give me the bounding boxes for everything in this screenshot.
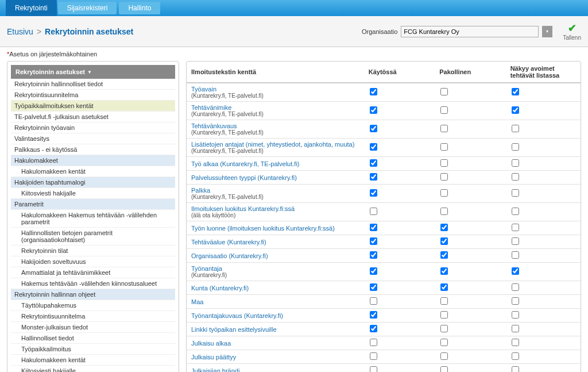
checkbox-required[interactable] [440, 325, 448, 332]
checkbox-required[interactable] [440, 88, 448, 95]
checkbox-required[interactable] [440, 189, 448, 197]
checkbox-visible-list[interactable] [512, 159, 519, 167]
checkbox-visible-list[interactable] [512, 352, 519, 360]
checkbox-required[interactable] [440, 366, 448, 372]
checkbox-in-use[interactable] [370, 143, 377, 151]
checkbox-required[interactable] [440, 208, 448, 215]
sidebar-item[interactable]: Hakulomakkeen kentät [11, 355, 175, 366]
checkbox-visible-list[interactable] [512, 106, 519, 114]
field-title: Työn luonne (ilmoituksen luokitus Kuntar… [191, 225, 359, 232]
checkbox-visible-list[interactable] [512, 297, 519, 305]
checkbox-in-use[interactable] [370, 283, 377, 291]
checkbox-required[interactable] [440, 237, 448, 245]
checkbox-in-use[interactable] [370, 125, 377, 132]
sidebar-item[interactable]: Hakijoiden soveltuvuus [11, 256, 175, 267]
checkbox-in-use[interactable] [370, 237, 377, 245]
checkbox-visible-list[interactable] [512, 189, 519, 197]
checkbox-required[interactable] [440, 143, 448, 151]
breadcrumb-home[interactable]: Etusivu [7, 27, 33, 36]
col-visible-list: Näkyy avoimet tehtävät listassa [506, 62, 581, 83]
org-dropdown-button[interactable]: ▾ [542, 26, 552, 37]
checkbox-in-use[interactable] [370, 325, 377, 332]
checkbox-visible-list[interactable] [512, 325, 519, 332]
sidebar-item[interactable]: Työpaikkailmoituksen kentät [11, 101, 175, 112]
sidebar-item[interactable]: Parametrit [11, 199, 175, 210]
sidebar-item[interactable]: Hakulomakkeen kentät [11, 166, 175, 177]
sidebar-item[interactable]: Rekrytoinnin työavain [11, 122, 175, 133]
sidebar-item[interactable]: Kiitosviesti hakijalle [11, 188, 175, 199]
checkbox-in-use[interactable] [370, 159, 377, 167]
checkbox-in-use[interactable] [370, 366, 377, 372]
checkbox-visible-list[interactable] [512, 283, 519, 291]
checkbox-required[interactable] [440, 339, 448, 346]
checkbox-in-use[interactable] [370, 189, 377, 197]
checkbox-required[interactable] [440, 173, 448, 181]
checkbox-cell [364, 235, 435, 249]
sidebar-item[interactable]: Rekrytoinnin tilat [11, 246, 175, 256]
topnav-item-0[interactable]: Rekrytointi [6, 0, 57, 16]
checkbox-in-use[interactable] [370, 224, 377, 231]
sidebar-item[interactable]: Valintaesitys [11, 133, 175, 144]
checkbox-required[interactable] [440, 283, 448, 291]
checkbox-visible-list[interactable] [512, 339, 519, 346]
checkbox-required[interactable] [440, 352, 448, 360]
checkbox-required[interactable] [440, 159, 448, 167]
checkbox-visible-list[interactable] [512, 173, 519, 181]
sidebar-item[interactable]: Rekrytointisuunnitelma [11, 311, 175, 322]
checkbox-in-use[interactable] [370, 267, 377, 275]
checkbox-in-use[interactable] [370, 352, 377, 360]
table-row: Lisätietojen antajat (nimet, yhteystiedo… [187, 139, 581, 157]
sidebar-item[interactable]: Ammattialat ja tehtävänimikkeet [11, 267, 175, 278]
sidebar-item[interactable]: Hakulomakkeet [11, 155, 175, 166]
checkbox-visible-list[interactable] [512, 125, 519, 132]
sidebar-item[interactable]: Rekrytointisuunnitelma [11, 90, 175, 101]
checkbox-in-use[interactable] [370, 311, 377, 319]
checkbox-visible-list[interactable] [512, 88, 519, 95]
table-row: Julkaisu alkaa [187, 336, 581, 350]
table-row: Työ alkaa (Kuntarekry.fi, TE-palvelut.fi… [187, 157, 581, 171]
checkbox-required[interactable] [440, 311, 448, 319]
checkbox-in-use[interactable] [370, 339, 377, 346]
sidebar-item[interactable]: Rekrytoinnin hallinnan ohjeet [11, 289, 175, 300]
checkbox-in-use[interactable] [370, 251, 377, 259]
sidebar-item[interactable]: Hakulomakkeen Hakemus tehtävään -välileh… [11, 210, 175, 228]
sidebar-item[interactable]: Kiitosviesti hakijalle [11, 366, 175, 372]
sidebar-item[interactable]: Rekrytoinnin hallinnolliset tiedot [11, 79, 175, 90]
sidebar-header[interactable]: Rekrytoinnin asetukset ▼ [11, 65, 175, 79]
checkbox-in-use[interactable] [370, 106, 377, 114]
checkbox-cell [506, 364, 581, 373]
org-input[interactable] [401, 26, 539, 37]
checkbox-visible-list[interactable] [512, 311, 519, 319]
checkbox-visible-list[interactable] [512, 143, 519, 151]
save-button[interactable]: ✔ Tallenn [563, 22, 581, 41]
checkbox-required[interactable] [440, 106, 448, 114]
checkbox-in-use[interactable] [370, 173, 377, 181]
sidebar-item[interactable]: Hallinnollisten tietojen parametrit (org… [11, 228, 175, 246]
checkbox-in-use[interactable] [370, 297, 377, 305]
checkbox-visible-list[interactable] [512, 237, 519, 245]
sidebar-item[interactable]: Hakemus tehtävään -välilehden kiinnostus… [11, 278, 175, 289]
topnav-item-2[interactable]: Hallinto [119, 2, 160, 14]
checkbox-visible-list[interactable] [512, 267, 519, 275]
sidebar-item[interactable]: Monster-julkaisun tiedot [11, 322, 175, 333]
checkbox-visible-list[interactable] [512, 224, 519, 231]
sidebar-item[interactable]: Palkkaus - ei käytössä [11, 144, 175, 155]
checkbox-in-use[interactable] [370, 88, 377, 95]
checkbox-cell [506, 336, 581, 350]
checkbox-required[interactable] [440, 297, 448, 305]
sidebar-item[interactable]: Hallinnolliset tiedot [11, 333, 175, 344]
checkbox-required[interactable] [440, 267, 448, 275]
checkbox-visible-list[interactable] [512, 208, 519, 215]
sidebar-item[interactable]: Työpaikkailmoitus [11, 344, 175, 355]
checkbox-visible-list[interactable] [512, 251, 519, 259]
sidebar-item[interactable]: Täyttölupahakemus [11, 300, 175, 311]
checkbox-required[interactable] [440, 224, 448, 231]
checkbox-required[interactable] [440, 125, 448, 132]
checkbox-required[interactable] [440, 251, 448, 259]
topnav-item-1[interactable]: Sijaisrekisteri [58, 2, 117, 14]
checkbox-in-use[interactable] [370, 208, 377, 215]
checkbox-visible-list[interactable] [512, 366, 519, 372]
field-title: Palvelussuhteen tyyppi (Kuntarekry.fi) [191, 174, 359, 181]
sidebar-item[interactable]: Hakijoiden tapahtumalogi [11, 177, 175, 188]
sidebar-item[interactable]: TE-palvelut.fi -julkaisun asetukset [11, 112, 175, 122]
